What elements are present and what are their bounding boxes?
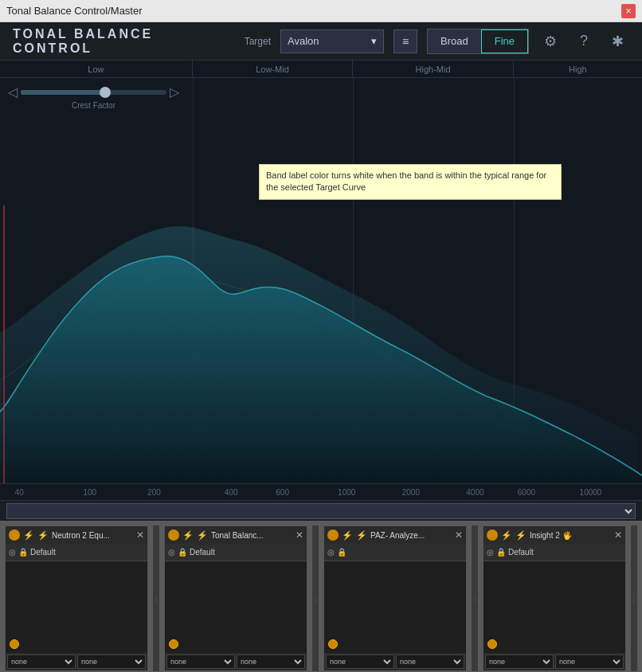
slot-1-power[interactable] bbox=[9, 529, 20, 541]
slot-resize-1[interactable]: ⋮ bbox=[153, 525, 159, 671]
broad-fine-group: Broad Fine bbox=[427, 29, 529, 54]
slot-2-preset-lock: 🔒 bbox=[178, 548, 187, 557]
settings-button[interactable]: ⚙ bbox=[538, 29, 562, 53]
freq-tick-100: 100 bbox=[83, 488, 96, 497]
slot-resize-3[interactable]: ⋮ bbox=[472, 525, 478, 671]
slot-2-preset-row: ◎ 🔒 Default bbox=[165, 544, 307, 561]
plugin-slot-3: ⚡ ⚡ PAZ- Analyze... ✕ ◎ 🔒 none none bbox=[323, 525, 467, 671]
band-low: Low bbox=[0, 61, 193, 77]
freq-tick-400: 400 bbox=[225, 488, 238, 497]
slot-3-footer-left[interactable]: none bbox=[326, 654, 394, 669]
tooltip-box: Band label color turns white when the ba… bbox=[259, 164, 562, 200]
plugin-slot-2: ⚡ ⚡ Tonal Balanc... ✕ ◎ 🔒 Default none n… bbox=[164, 525, 307, 671]
slot-4-footer: none none bbox=[483, 653, 625, 670]
plugin-slots: ⚡ ⚡ Neutron 2 Equ... ✕ ◎ 🔒 Default none … bbox=[0, 521, 642, 672]
slot-4-power[interactable] bbox=[487, 529, 498, 541]
slot-3-preset-row: ◎ 🔒 bbox=[324, 544, 466, 561]
top-bar: TONAL BALANCE CONTROL Target Avalon ▾ ≡ … bbox=[0, 22, 642, 61]
target-label: Target bbox=[245, 36, 271, 47]
fine-button[interactable]: Fine bbox=[481, 29, 528, 53]
bottom-select[interactable] bbox=[6, 503, 636, 519]
window-title: Tonal Balance Control/Master bbox=[6, 5, 143, 17]
slot-1-preset-lock: 🔒 bbox=[18, 548, 28, 557]
title-bar: Tonal Balance Control/Master × bbox=[0, 0, 642, 22]
band-labels: Low Low-Mid High-Mid High bbox=[0, 61, 642, 78]
target-value: Avalon bbox=[288, 35, 319, 47]
slot-1-preset-name: Default bbox=[30, 548, 144, 557]
slot-1-icon-lock: ⚡ bbox=[37, 530, 49, 541]
slot-4-preset-lock: 🔒 bbox=[496, 548, 506, 557]
freq-tick-6000: 6000 bbox=[518, 488, 535, 497]
menu-button[interactable]: ≡ bbox=[393, 29, 417, 53]
slot-1-name: Neutron 2 Equ... bbox=[52, 531, 133, 540]
slot-2-name: Tonal Balanc... bbox=[211, 531, 292, 540]
slot-4-preset-name: Default bbox=[508, 548, 622, 557]
freq-tick-600: 600 bbox=[276, 488, 289, 497]
slot-3-preset-icon: ◎ bbox=[327, 548, 335, 557]
slot-1-circle bbox=[10, 639, 19, 649]
slot-2-footer-left[interactable]: none bbox=[166, 654, 235, 669]
slot-2-preset-name: Default bbox=[190, 548, 303, 557]
slot-2-footer: none none bbox=[165, 653, 307, 670]
slot-3-name: PAZ- Analyze... bbox=[370, 531, 452, 540]
slot-1-preset-icon: ◎ bbox=[9, 548, 16, 557]
slot-resize-2[interactable]: ⋮ bbox=[312, 525, 319, 671]
slot-4-preset-row: ◎ 🔒 Default bbox=[483, 544, 625, 561]
slot-1-footer: none none bbox=[6, 653, 147, 670]
slot-3-icon-lock: ⚡ bbox=[356, 530, 367, 541]
band-high: High bbox=[514, 61, 642, 77]
slot-4-close[interactable]: ✕ bbox=[614, 529, 622, 541]
slot-4-name: Insight 2 🖐 bbox=[530, 531, 611, 540]
freq-tick-2000: 2000 bbox=[402, 488, 420, 497]
chart-area: ◁ ▷ Crest Factor bbox=[0, 78, 642, 484]
slot-4-preset-icon: ◎ bbox=[487, 548, 494, 557]
slot-4-footer-left[interactable]: none bbox=[485, 654, 554, 669]
slot-2-circle bbox=[169, 639, 178, 649]
slot-4-header: ⚡ ⚡ Insight 2 🖐 ✕ bbox=[483, 526, 625, 544]
band-high-mid: High-Mid bbox=[353, 61, 514, 77]
target-dropdown[interactable]: Avalon ▾ bbox=[280, 29, 384, 53]
help-button[interactable]: ? bbox=[572, 29, 596, 53]
slot-1-header: ⚡ ⚡ Neutron 2 Equ... ✕ bbox=[6, 526, 147, 544]
slot-1-icon-w: ⚡ bbox=[23, 530, 34, 541]
chevron-down-icon: ▾ bbox=[371, 35, 377, 47]
slot-1-footer-left[interactable]: none bbox=[7, 654, 76, 669]
tooltip-text: Band label color turns white when the ba… bbox=[266, 170, 546, 192]
plugin-slot-1: ⚡ ⚡ Neutron 2 Equ... ✕ ◎ 🔒 Default none … bbox=[5, 525, 148, 671]
freq-axis: 40 100 200 400 600 1000 2000 4000 6000 1… bbox=[0, 484, 642, 500]
freq-tick-10000: 10000 bbox=[580, 488, 602, 497]
slot-3-power[interactable] bbox=[327, 529, 339, 541]
slot-2-header: ⚡ ⚡ Tonal Balanc... ✕ bbox=[165, 526, 307, 544]
freq-tick-200: 200 bbox=[147, 488, 161, 497]
slot-3-icon-w: ⚡ bbox=[342, 530, 353, 541]
slot-2-icon-lock: ⚡ bbox=[197, 530, 208, 541]
plugin-window: TONAL BALANCE CONTROL Target Avalon ▾ ≡ … bbox=[0, 22, 642, 672]
slot-2-preset-icon: ◎ bbox=[168, 548, 175, 557]
slot-4-icon-lock: ⚡ bbox=[515, 530, 527, 541]
freq-tick-40: 40 bbox=[15, 488, 24, 497]
slot-3-footer: none none bbox=[324, 653, 466, 670]
slot-3-footer-right[interactable]: none bbox=[396, 654, 464, 669]
broad-button[interactable]: Broad bbox=[428, 29, 481, 53]
freq-tick-4000: 4000 bbox=[466, 488, 483, 497]
band-low-mid: Low-Mid bbox=[193, 61, 354, 77]
slot-3-header: ⚡ ⚡ PAZ- Analyze... ✕ bbox=[324, 526, 466, 544]
frequency-chart bbox=[0, 78, 642, 483]
slot-2-canvas bbox=[165, 561, 307, 653]
slot-resize-4[interactable]: ⋮ bbox=[631, 525, 637, 671]
slot-2-footer-right[interactable]: none bbox=[237, 654, 305, 669]
slot-1-footer-right[interactable]: none bbox=[77, 654, 146, 669]
power-button[interactable]: ✱ bbox=[605, 29, 629, 53]
slot-3-preset-lock: 🔒 bbox=[337, 548, 346, 557]
slot-2-power[interactable] bbox=[168, 529, 179, 541]
plugin-slot-4: ⚡ ⚡ Insight 2 🖐 ✕ ◎ 🔒 Default none none bbox=[483, 525, 626, 671]
slot-3-close[interactable]: ✕ bbox=[455, 529, 463, 541]
slot-4-footer-right[interactable]: none bbox=[555, 654, 624, 669]
slot-1-close[interactable]: ✕ bbox=[136, 529, 144, 541]
slot-3-circle bbox=[328, 639, 338, 649]
plugin-title: TONAL BALANCE CONTROL bbox=[13, 27, 235, 56]
slot-1-canvas bbox=[6, 561, 147, 653]
close-button[interactable]: × bbox=[621, 4, 636, 18]
slot-2-close[interactable]: ✕ bbox=[296, 529, 303, 541]
slot-3-canvas bbox=[324, 561, 466, 653]
